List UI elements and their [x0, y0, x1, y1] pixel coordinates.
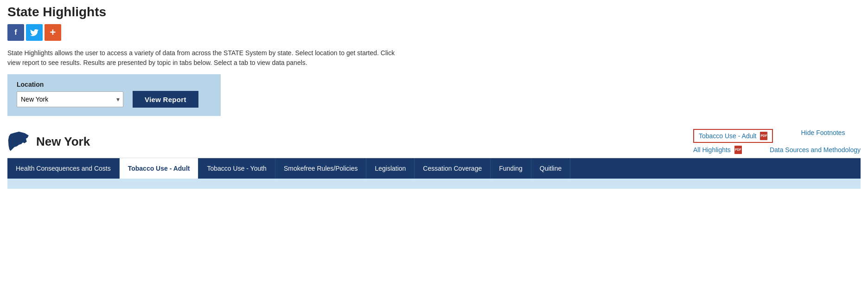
location-row: New York Alabama Alaska Arizona Arkansas…: [17, 91, 211, 108]
location-select-wrapper: New York Alabama Alaska Arizona Arkansas…: [17, 91, 123, 107]
data-sources-link[interactable]: Data Sources and Methodology: [770, 146, 861, 154]
twitter-icon: [30, 29, 38, 36]
location-select[interactable]: New York Alabama Alaska Arizona Arkansas…: [17, 91, 123, 107]
state-left: New York: [7, 130, 90, 153]
pdf-icon-tobacco-adult: PDF: [760, 132, 767, 140]
page-container: State Highlights f + State Highlights al…: [0, 0, 868, 289]
state-right-row2: All Highlights PDF Data Sources and Meth…: [693, 146, 861, 154]
hide-footnotes-link[interactable]: Hide Footnotes: [801, 129, 845, 136]
tab-tobacco-use-adult[interactable]: Tobacco Use - Adult: [120, 158, 199, 179]
tab-legislation[interactable]: Legislation: [366, 158, 415, 179]
tabs-row: Health Consequences and CostsTobacco Use…: [7, 158, 861, 179]
state-actions-row: Tobacco Use - Adult PDF Hide Footnotes: [693, 129, 845, 143]
location-label: Location: [17, 81, 211, 88]
tab-smokefree-rules-policies[interactable]: Smokefree Rules/Policies: [275, 158, 367, 179]
tobacco-use-adult-link-box[interactable]: Tobacco Use - Adult PDF: [693, 129, 773, 143]
state-map-icon: [7, 130, 31, 153]
share-plus-button[interactable]: +: [45, 24, 61, 41]
tab-health-consequences-and-costs[interactable]: Health Consequences and Costs: [7, 158, 120, 179]
social-icons: f +: [7, 24, 861, 41]
tab-tobacco-use-youth[interactable]: Tobacco Use - Youth: [198, 158, 275, 179]
tab-cessation-coverage[interactable]: Cessation Coverage: [415, 158, 491, 179]
tab-funding[interactable]: Funding: [491, 158, 531, 179]
location-panel: Location New York Alabama Alaska Arizona…: [7, 74, 221, 116]
pdf-icon-all-highlights: PDF: [734, 146, 742, 154]
state-header: New York Tobacco Use - Adult PDF Hide Fo…: [7, 125, 861, 158]
description-text: State Highlights allows the user to acce…: [7, 48, 406, 68]
all-highlights-link[interactable]: All Highlights: [693, 146, 731, 154]
state-name: New York: [36, 135, 90, 149]
page-title: State Highlights: [7, 5, 861, 19]
bottom-bar: [7, 179, 861, 189]
state-right: Tobacco Use - Adult PDF Hide Footnotes A…: [693, 129, 861, 154]
twitter-button[interactable]: [26, 24, 43, 41]
tobacco-use-adult-link[interactable]: Tobacco Use - Adult: [699, 132, 757, 140]
tab-quitline[interactable]: Quitline: [531, 158, 570, 179]
view-report-button[interactable]: View Report: [133, 91, 198, 108]
all-highlights-row: All Highlights PDF: [693, 146, 742, 154]
facebook-button[interactable]: f: [7, 24, 24, 41]
